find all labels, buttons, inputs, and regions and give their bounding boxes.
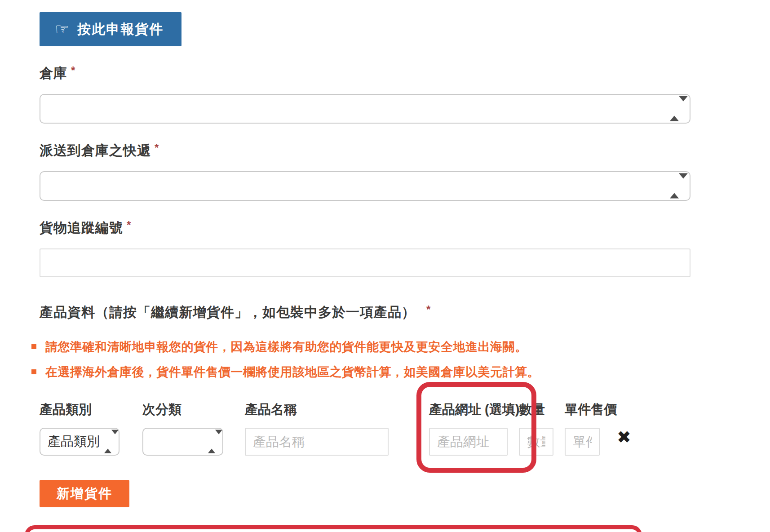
add-product-button[interactable]: 新增貨件 <box>40 480 129 507</box>
product-category-select[interactable]: 產品類別 <box>40 428 119 456</box>
select-caret-icon <box>208 434 216 449</box>
product-name-input[interactable] <box>245 428 389 456</box>
product-category-select-value: 產品類別 <box>48 433 100 451</box>
note-customs-text: 請您準確和清晰地申報您的貨件，因為這樣將有助您的貨件能更快及更安全地進出海關。 <box>45 339 527 355</box>
product-url-input[interactable] <box>429 428 508 456</box>
tracking-number-label: 貨物追蹤編號* <box>40 219 770 237</box>
note-currency: 在選擇海外倉庫後，貨件單件售價一欄將使用該地區之貨幣計算，如美國倉庫以美元計算。 <box>31 364 770 380</box>
required-asterisk: * <box>155 142 159 154</box>
required-asterisk: * <box>127 219 131 231</box>
product-url-label: 產品網址 (選填) <box>429 401 508 419</box>
bullet-square-icon <box>31 344 36 349</box>
product-name-cell: 產品名稱 <box>245 401 389 456</box>
highlight-annotation-consent: (選填) 允許 BNS國際代運 使用貨件資料（貨件名稱、價格和網址，不含購買人資… <box>25 525 642 532</box>
declare-shipment-button[interactable]: ☞ 按此申報貨件 <box>40 12 181 46</box>
product-price-label: 單件售價 <box>565 401 600 419</box>
warehouse-label: 倉庫* <box>40 64 770 83</box>
declare-shipment-label: 按此申報貨件 <box>77 20 164 39</box>
note-customs: 請您準確和清晰地申報您的貨件，因為這樣將有助您的貨件能更快及更安全地進出海關。 <box>31 339 770 355</box>
product-qty-cell: 數量 <box>519 401 553 456</box>
required-asterisk: * <box>426 303 431 315</box>
note-currency-text: 在選擇海外倉庫後，貨件單件售價一欄將使用該地區之貨幣計算，如美國倉庫以美元計算。 <box>45 364 540 380</box>
required-asterisk: * <box>71 64 75 76</box>
product-qty-input[interactable] <box>519 428 553 456</box>
courier-label: 派送到倉庫之快遞* <box>40 142 770 160</box>
warehouse-select[interactable] <box>40 94 690 124</box>
shipment-declare-form: ☞ 按此申報貨件 倉庫* 派送到倉庫之快遞* 貨物追蹤編號* 產品資料（請按「繼… <box>0 0 770 532</box>
tracking-number-input[interactable] <box>40 248 690 277</box>
product-price-cell: 單件售價 <box>565 401 600 456</box>
product-category-cell: 產品類別 產品類別 <box>40 401 119 456</box>
declaration-notes: 請您準確和清晰地申報您的貨件，因為這樣將有助您的貨件能更快及更安全地進出海關。 … <box>40 339 770 380</box>
product-subcategory-label: 次分類 <box>142 401 223 419</box>
courier-select[interactable] <box>40 171 690 201</box>
product-price-input[interactable] <box>565 428 600 456</box>
product-name-label: 產品名稱 <box>245 401 389 419</box>
product-info-heading-text: 產品資料（請按「繼續新增貨件」，如包裝中多於一項產品） <box>40 305 416 319</box>
product-row: 產品類別 產品類別 次分類 產品名稱 產品網址 (選填) 數量 <box>40 401 770 456</box>
pointing-hand-icon: ☞ <box>55 21 70 37</box>
highlight-annotation-product-url <box>416 382 536 473</box>
select-caret-icon <box>104 434 112 449</box>
warehouse-label-text: 倉庫 <box>40 66 67 80</box>
product-subcategory-select[interactable] <box>142 428 223 456</box>
select-caret-icon <box>670 179 680 194</box>
remove-product-icon[interactable]: ✖ <box>617 429 631 446</box>
bullet-square-icon <box>31 369 36 374</box>
product-info-heading: 產品資料（請按「繼續新增貨件」，如包裝中多於一項產品）* <box>40 303 770 322</box>
product-category-label: 產品類別 <box>40 401 119 419</box>
product-subcategory-cell: 次分類 <box>142 401 223 456</box>
product-qty-label: 數量 <box>519 401 553 419</box>
product-url-cell: 產品網址 (選填) <box>429 401 508 456</box>
select-caret-icon <box>670 102 680 116</box>
courier-label-text: 派送到倉庫之快遞 <box>40 143 151 158</box>
tracking-number-label-text: 貨物追蹤編號 <box>40 220 123 235</box>
